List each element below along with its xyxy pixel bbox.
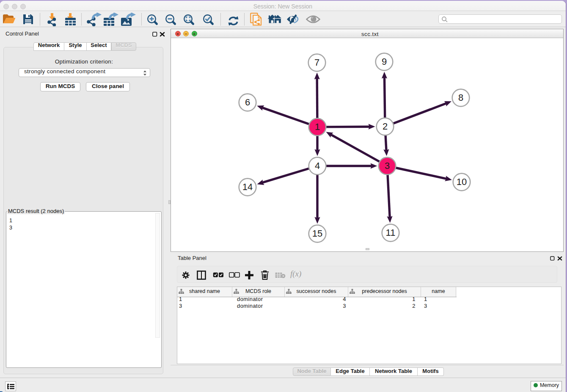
svg-text:1: 1 bbox=[315, 121, 320, 132]
svg-text:9: 9 bbox=[382, 56, 387, 67]
svg-text:7: 7 bbox=[314, 57, 319, 68]
svg-text:10: 10 bbox=[457, 177, 467, 187]
svg-text:8: 8 bbox=[458, 92, 463, 103]
svg-text:4: 4 bbox=[315, 160, 320, 171]
svg-text:11: 11 bbox=[386, 227, 396, 238]
svg-text:6: 6 bbox=[245, 97, 250, 108]
svg-text:14: 14 bbox=[242, 182, 253, 192]
svg-text:3: 3 bbox=[385, 160, 390, 171]
svg-text:2: 2 bbox=[383, 121, 388, 132]
svg-text:15: 15 bbox=[312, 228, 322, 239]
